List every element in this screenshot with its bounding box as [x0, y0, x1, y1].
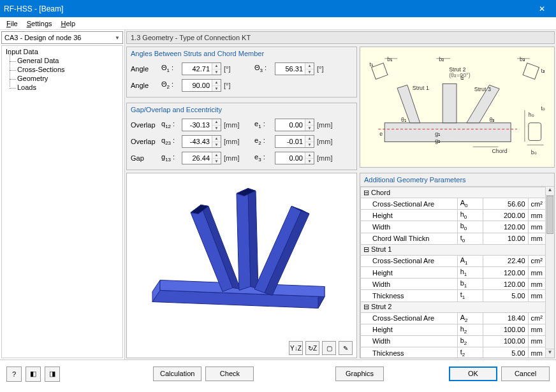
param-row: Thicknesst25.00mm [361, 347, 554, 358]
calculation-button[interactable]: Calculation [153, 367, 201, 381]
param-section-row[interactable]: ⊟ Chord [361, 187, 554, 198]
field-symbol: e3 : [254, 153, 272, 163]
window-title: RF-HSS - [Beam] [4, 4, 63, 13]
menu-file[interactable]: File [3, 18, 22, 29]
tree-item[interactable]: Loads [17, 83, 121, 92]
dropdown-value: CA3 - Design of node 36 [4, 34, 81, 41]
tree-root[interactable]: Input Data [6, 47, 121, 56]
field-row: AngleΘ1 :42.71▲▼[°]Θ3 :56.31▲▼[°] [131, 61, 353, 76]
gap-title: Gap/Overlap and Eccentricity [127, 103, 356, 115]
close-button[interactable]: ✕ [528, 0, 556, 17]
field-symbol: q12 : [161, 120, 179, 129]
field-row: Overlapq23 :-43.43▲▼[mm]e2 :-0.01▲▼[mm] [131, 134, 353, 149]
unit-label: [mm] [317, 154, 335, 162]
chevron-down-icon: ▼ [115, 35, 120, 41]
param-row: Cross-Sectional AreA218.40cm² [361, 312, 554, 324]
spin-up-icon[interactable]: ▲ [212, 136, 221, 142]
param-row: Widthb0120.00mm [361, 221, 554, 233]
svg-text:t₂: t₂ [460, 75, 464, 81]
spin-down-icon[interactable]: ▼ [305, 159, 314, 164]
field-label: Gap [131, 154, 159, 162]
param-row: Heighth2100.00mm [361, 324, 554, 335]
svg-text:g₁: g₁ [435, 131, 441, 137]
menu-help[interactable]: Help [57, 18, 80, 29]
number-input[interactable]: -0.01▲▼ [275, 135, 314, 148]
number-input[interactable]: -30.13▲▼ [182, 119, 221, 131]
view-pick-button[interactable]: ✎ [339, 341, 353, 355]
spin-up-icon[interactable]: ▲ [212, 63, 221, 69]
view-rotate-button[interactable]: ↻Z [305, 341, 319, 355]
spin-up-icon[interactable]: ▲ [212, 152, 221, 159]
ok-button[interactable]: OK [449, 367, 497, 381]
param-section-row[interactable]: ⊟ Strut 2 [361, 301, 554, 312]
number-input[interactable]: -43.43▲▼ [182, 135, 221, 148]
spin-up-icon[interactable]: ▲ [305, 63, 314, 69]
field-label: Angle [131, 82, 159, 89]
param-row: Heighth0200.00mm [361, 210, 554, 221]
export-right-button[interactable]: ◨ [45, 367, 60, 382]
preview-svg [127, 173, 356, 341]
field-row: Gapg13 :26.44▲▼[mm]e3 :0.00▲▼[mm] [131, 150, 353, 166]
svg-text:e: e [379, 131, 383, 137]
tree-item[interactable]: Geometry [17, 74, 121, 83]
page-header: 1.3 Geometry - Type of Connection KT [126, 31, 555, 44]
spin-down-icon[interactable]: ▼ [305, 142, 314, 148]
number-input[interactable]: 0.00▲▼ [275, 119, 314, 131]
spin-down-icon[interactable]: ▼ [212, 69, 221, 75]
svg-text:Chord: Chord [492, 148, 507, 154]
spin-down-icon[interactable]: ▼ [212, 86, 221, 92]
params-scrollbar[interactable]: ▲ ▼ [545, 187, 554, 358]
export-left-button[interactable]: ◧ [26, 367, 41, 382]
titlebar: RF-HSS - [Beam] ✕ [0, 0, 556, 17]
tree-item[interactable]: Cross-Sections [17, 65, 121, 74]
check-button[interactable]: Check [205, 367, 254, 381]
graphics-button[interactable]: Graphics [335, 367, 384, 381]
number-input[interactable]: 42.71▲▼ [182, 62, 221, 75]
svg-text:t₃: t₃ [541, 68, 545, 74]
connection-diagram: Strut 1 Strut 2 (θ₂=90°) Strut 3 Chord t… [360, 47, 554, 167]
angles-title: Angles Between Struts and Chord Member [127, 47, 356, 59]
svg-text:b₁: b₁ [387, 56, 393, 62]
number-input[interactable]: 56.31▲▼ [275, 62, 314, 75]
scroll-up-icon[interactable]: ▲ [546, 187, 554, 196]
param-row: Chord Wall Thicknt010.00mm [361, 233, 554, 244]
tree-item[interactable]: General Data [17, 56, 121, 65]
field-symbol: Θ2 : [161, 80, 179, 90]
spin-down-icon[interactable]: ▼ [212, 142, 221, 148]
svg-rect-6 [523, 63, 539, 79]
view-iso-button[interactable]: ▢ [322, 341, 336, 355]
param-row: Cross-Sectional AreA056.60cm² [361, 198, 554, 210]
cancel-button[interactable]: Cancel [501, 367, 550, 381]
spin-up-icon[interactable]: ▲ [305, 152, 314, 159]
spin-up-icon[interactable]: ▲ [212, 80, 221, 86]
preview-3d: Y↓Z ↻Z ▢ ✎ [126, 173, 357, 358]
number-input[interactable]: 26.44▲▼ [182, 152, 221, 164]
param-section-row[interactable]: ⊟ Strut 1 [361, 244, 554, 255]
svg-rect-0 [384, 123, 511, 142]
spin-down-icon[interactable]: ▼ [212, 126, 221, 131]
view-yz-button[interactable]: Y↓Z [289, 341, 303, 355]
spin-up-icon[interactable]: ▲ [305, 136, 314, 142]
menu-settings[interactable]: Settings [23, 18, 56, 29]
case-dropdown[interactable]: CA3 - Design of node 36 ▼ [1, 31, 123, 44]
number-input[interactable]: 90.00▲▼ [182, 79, 221, 92]
param-row: Widthb2100.00mm [361, 335, 554, 347]
spin-down-icon[interactable]: ▼ [305, 69, 314, 75]
field-row: Overlapq12 :-30.13▲▼[mm]e1 :0.00▲▼[mm] [131, 117, 353, 133]
spin-down-icon[interactable]: ▼ [212, 159, 221, 164]
bottombar: ? ◧ ◨ Calculation Check Graphics OK Canc… [0, 359, 556, 388]
unit-label: [°] [317, 65, 335, 73]
spin-up-icon[interactable]: ▲ [212, 119, 221, 126]
svg-text:θ₃: θ₃ [489, 117, 495, 123]
number-input[interactable]: 0.00▲▼ [275, 152, 314, 164]
spin-down-icon[interactable]: ▼ [305, 126, 314, 131]
svg-text:t₁: t₁ [369, 61, 373, 68]
params-table: ⊟ ChordCross-Sectional AreA056.60cm²Heig… [360, 187, 554, 358]
help-button[interactable]: ? [6, 367, 22, 382]
field-label: Overlap [131, 138, 159, 145]
spin-up-icon[interactable]: ▲ [305, 119, 314, 126]
svg-text:b₂: b₂ [439, 56, 444, 62]
svg-text:h₀: h₀ [529, 112, 534, 118]
scroll-down-icon[interactable]: ▼ [546, 349, 554, 358]
scroll-thumb[interactable] [546, 196, 553, 234]
